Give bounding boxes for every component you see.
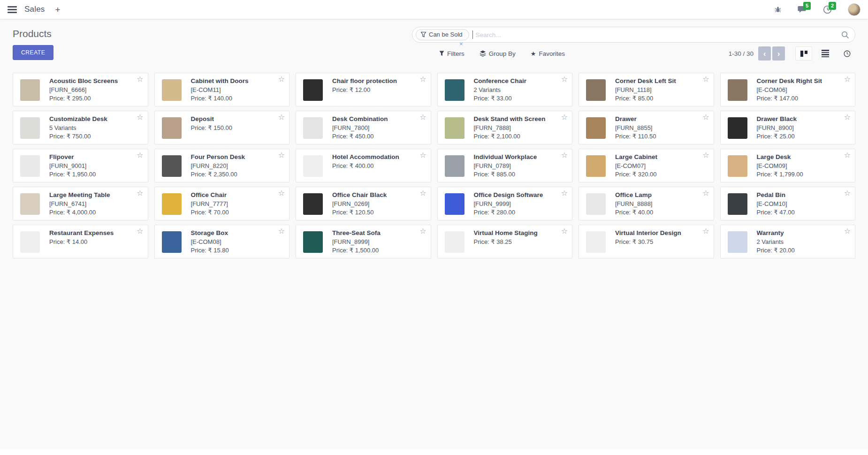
- favorites-button[interactable]: ★ Favorites: [531, 50, 565, 57]
- product-reference: [E-COM07]: [615, 162, 666, 171]
- favorite-star-icon[interactable]: ☆: [278, 152, 285, 159]
- product-card[interactable]: Storage Box [E-COM08] Price: ₹ 15.80 ☆: [154, 225, 290, 258]
- product-card[interactable]: Acoustic Bloc Screens [FURN_6666] Price:…: [13, 73, 148, 106]
- pager-previous-button[interactable]: ‹: [758, 46, 771, 61]
- favorite-star-icon[interactable]: ☆: [561, 114, 568, 121]
- favorite-star-icon[interactable]: ☆: [561, 228, 568, 235]
- product-card[interactable]: Deposit Price: ₹ 150.00 ☆: [154, 111, 290, 144]
- funnel-icon: [439, 51, 444, 56]
- favorite-star-icon[interactable]: ☆: [702, 76, 709, 83]
- hamburger-menu-button[interactable]: [8, 6, 17, 13]
- pager-next-button[interactable]: ›: [772, 46, 785, 61]
- list-view-button[interactable]: [817, 46, 834, 61]
- favorite-star-icon[interactable]: ☆: [137, 228, 143, 235]
- product-card[interactable]: Large Cabinet [E-COM07] Price: ₹ 320.00 …: [579, 149, 714, 182]
- product-card[interactable]: Three-Seat Sofa [FURN_8999] Price: ₹ 1,5…: [296, 225, 431, 258]
- favorite-star-icon[interactable]: ☆: [419, 228, 426, 235]
- product-thumbnail: [15, 114, 45, 143]
- app-menu-sales[interactable]: Sales: [24, 5, 45, 14]
- product-name: Warranty: [757, 229, 795, 238]
- messages-button[interactable]: 5: [798, 5, 807, 14]
- favorite-star-icon[interactable]: ☆: [137, 114, 143, 121]
- product-card[interactable]: Office Design Software [FURN_9999] Price…: [437, 187, 573, 220]
- product-reference: [FURN_0269]: [332, 200, 395, 209]
- systray: 5 2: [774, 3, 860, 16]
- favorite-star-icon[interactable]: ☆: [419, 76, 426, 83]
- product-card[interactable]: Office Lamp [FURN_8888] Price: ₹ 40.00 ☆: [579, 187, 714, 220]
- product-card[interactable]: Corner Desk Right Sit [E-COM06] Price: ₹…: [720, 73, 856, 106]
- product-card[interactable]: Warranty 2 Variants Price: ₹ 20.00 ☆: [720, 225, 856, 258]
- product-card[interactable]: Chair floor protection Price: ₹ 12.00 ☆: [296, 73, 431, 106]
- favorite-star-icon[interactable]: ☆: [278, 228, 285, 235]
- search-bar: Can be Sold ×: [412, 27, 855, 43]
- product-card[interactable]: Large Meeting Table [FURN_6741] Price: ₹…: [13, 187, 148, 220]
- product-card[interactable]: Individual Workplace [FURN_0789] Price: …: [437, 149, 573, 182]
- product-card[interactable]: Office Chair [FURN_7777] Price: ₹ 70.00 …: [154, 187, 290, 220]
- activities-button[interactable]: 2: [823, 5, 832, 14]
- favorite-star-icon[interactable]: ☆: [844, 190, 851, 197]
- product-card[interactable]: Desk Combination [FURN_7800] Price: ₹ 45…: [296, 111, 431, 144]
- product-price: Price: ₹ 885.00: [474, 170, 546, 179]
- product-card[interactable]: Desk Stand with Screen [FURN_7888] Price…: [437, 111, 573, 144]
- product-price: Price: ₹ 85.00: [615, 94, 685, 103]
- product-card[interactable]: Restaurant Expenses Price: ₹ 14.00 ☆: [13, 225, 148, 258]
- favorite-star-icon[interactable]: ☆: [844, 114, 851, 121]
- product-card[interactable]: Hotel Accommodation Price: ₹ 400.00 ☆: [296, 149, 431, 182]
- product-name: Office Lamp: [615, 191, 660, 200]
- favorite-star-icon[interactable]: ☆: [844, 228, 851, 235]
- kanban-view-button[interactable]: [795, 46, 812, 61]
- search-icon[interactable]: [841, 31, 849, 39]
- product-card[interactable]: Conference Chair 2 Variants Price: ₹ 33.…: [437, 73, 573, 106]
- activity-view-button[interactable]: [838, 46, 855, 61]
- favorite-star-icon[interactable]: ☆: [419, 190, 426, 197]
- product-card[interactable]: Drawer [FURN_8855] Price: ₹ 110.50 ☆: [579, 111, 714, 144]
- favorite-star-icon[interactable]: ☆: [702, 190, 709, 197]
- product-thumbnail: [15, 190, 45, 219]
- favorite-star-icon[interactable]: ☆: [137, 190, 143, 197]
- favorite-star-icon[interactable]: ☆: [278, 190, 285, 197]
- product-card[interactable]: Pedal Bin [E-COM10] Price: ₹ 47.00 ☆: [720, 187, 856, 220]
- favorite-star-icon[interactable]: ☆: [137, 152, 143, 159]
- favorite-star-icon[interactable]: ☆: [278, 114, 285, 121]
- favorites-label: Favorites: [539, 50, 565, 57]
- favorite-star-icon[interactable]: ☆: [561, 76, 568, 83]
- product-info: Restaurant Expenses Price: ₹ 14.00: [49, 228, 122, 256]
- search-input[interactable]: [473, 31, 841, 38]
- product-reference: [FURN_8855]: [615, 124, 656, 133]
- favorite-star-icon[interactable]: ☆: [419, 152, 426, 159]
- favorite-star-icon[interactable]: ☆: [137, 76, 143, 83]
- group-by-button[interactable]: Group By: [480, 50, 516, 57]
- favorite-star-icon[interactable]: ☆: [702, 152, 709, 159]
- favorite-star-icon[interactable]: ☆: [561, 190, 568, 197]
- product-card[interactable]: Virtual Home Staging Price: ₹ 38.25 ☆: [437, 225, 573, 258]
- product-card[interactable]: Customizable Desk 5 Variants Price: ₹ 75…: [13, 111, 148, 144]
- product-card[interactable]: Cabinet with Doors [E-COM11] Price: ₹ 14…: [154, 73, 290, 106]
- product-card[interactable]: Drawer Black [FURN_8900] Price: ₹ 25.00 …: [720, 111, 856, 144]
- product-card[interactable]: Large Desk [E-COM09] Price: ₹ 1,799.00 ☆: [720, 149, 856, 182]
- filters-button[interactable]: Filters: [439, 50, 464, 57]
- debug-bug-button[interactable]: [774, 6, 782, 13]
- product-card[interactable]: Virtual Interior Design Price: ₹ 30.75 ☆: [579, 225, 714, 258]
- favorite-star-icon[interactable]: ☆: [278, 76, 285, 83]
- add-tab-button[interactable]: +: [55, 5, 61, 14]
- favorite-star-icon[interactable]: ☆: [419, 114, 426, 121]
- kanban-view: Acoustic Bloc Screens [FURN_6666] Price:…: [0, 61, 868, 258]
- create-button[interactable]: CREATE: [13, 45, 53, 60]
- product-name: Storage Box: [191, 229, 237, 238]
- product-card[interactable]: Corner Desk Left Sit [FURN_1118] Price: …: [579, 73, 714, 106]
- favorite-star-icon[interactable]: ☆: [844, 76, 851, 83]
- facet-remove-button[interactable]: ×: [459, 41, 463, 47]
- product-info: Flipover [FURN_9001] Price: ₹ 1,950.00: [49, 152, 96, 180]
- product-card[interactable]: Four Person Desk [FURN_8220] Price: ₹ 2,…: [154, 149, 290, 182]
- user-avatar[interactable]: [848, 3, 860, 16]
- product-price: Price: ₹ 1,500.00: [332, 246, 389, 255]
- pager-value[interactable]: 1-30 / 30: [729, 50, 754, 57]
- product-card[interactable]: Office Chair Black [FURN_0269] Price: ₹ …: [296, 187, 431, 220]
- product-card[interactable]: Flipover [FURN_9001] Price: ₹ 1,950.00 ☆: [13, 149, 148, 182]
- favorite-star-icon[interactable]: ☆: [702, 114, 709, 121]
- favorite-star-icon[interactable]: ☆: [561, 152, 568, 159]
- product-thumbnail: [15, 152, 45, 181]
- favorite-star-icon[interactable]: ☆: [702, 228, 709, 235]
- product-price: Price: ₹ 150.00: [191, 124, 233, 133]
- favorite-star-icon[interactable]: ☆: [844, 152, 851, 159]
